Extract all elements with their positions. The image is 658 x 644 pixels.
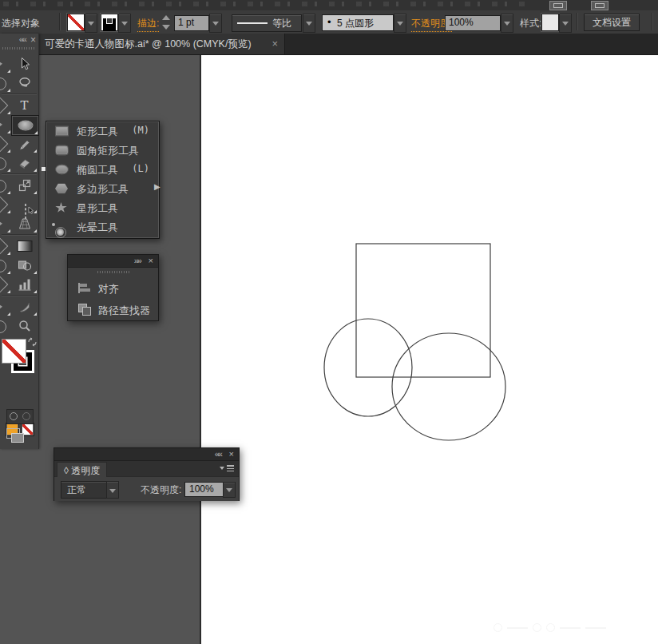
illustrator-window: 选择对象 描边: 1 pt 等比 • 5 点圆形 不透明度: 100% 样式: … [0,0,658,644]
document-tab-bar: 可爱的卡通人物图标.ai* @ 100% (CMYK/预览) × [0,34,658,55]
brush-definition-select[interactable]: • 5 点圆形 [322,14,394,31]
clipped-tool-cell [0,96,11,115]
menu-item-rectangle-tool[interactable]: 矩形工具 (M) [46,121,159,141]
stroke-weight-dropdown[interactable] [209,14,222,33]
style-swatch[interactable] [541,14,559,31]
free-transform-tool[interactable] [11,195,38,214]
swap-fill-stroke-icon[interactable] [27,337,38,348]
menu-item-polygon-tool[interactable]: 多边形工具 [46,179,159,198]
gradient-icon [17,241,32,252]
zoom-tool[interactable] [11,316,38,336]
draw-normal-mode-icon[interactable] [7,410,20,423]
blend-mode-dropdown[interactable] [106,481,119,499]
panel-toggle-diamond-icon[interactable]: ◊ [64,465,69,476]
ellipse-tool-icon [55,165,69,175]
lasso-tool[interactable] [11,74,38,93]
selection-arrow-icon [18,58,30,71]
shape-builder-tool[interactable] [11,256,38,275]
arrange-documents-icon[interactable] [591,1,608,10]
type-tool-icon: T [20,98,28,113]
dock-item-align[interactable]: 对齐 [68,277,158,299]
workspace-icon[interactable] [549,1,567,10]
transparency-tab[interactable]: ◊ 透明度 [57,462,107,479]
brush-dot-preview: • [327,16,331,28]
perspective-grid-tool[interactable] [11,214,38,233]
tool-row [0,115,38,134]
selection-status-label: 选择对象 [2,17,40,30]
shape-tools-flyout-menu: 矩形工具 (M) 圆角矩形工具 椭圆工具 (L) 多边形工具 星形工具 光晕工具 [46,121,160,239]
panel-grip[interactable] [2,47,36,50]
polygon-tool-icon [55,184,68,194]
fill-stroke-controls [0,339,38,385]
opacity-dropdown[interactable] [501,14,513,33]
scale-tool[interactable] [11,176,38,195]
tools-panel: «« × [0,34,39,449]
pencil-tool[interactable] [11,134,38,153]
drawn-square[interactable] [356,244,490,377]
collapse-panel-icon[interactable]: «« [215,448,221,459]
width-profile-select[interactable]: 等比 [232,14,302,32]
clipped-tool-cell [0,74,11,93]
tools-panel-header: «« × [0,34,38,54]
eraser-icon [18,157,31,169]
menu-item-ellipse-tool[interactable]: 椭圆工具 (L) [46,160,159,179]
clipped-tool-cell [0,115,11,134]
tool-row [0,316,38,336]
stroke-weight-label[interactable]: 描边: [137,17,159,32]
menu-item-rounded-rectangle-tool[interactable]: 圆角矩形工具 [46,141,159,160]
close-panel-icon[interactable]: × [229,448,234,459]
brush-definition-dropdown[interactable] [394,14,406,33]
knife-tool[interactable] [11,297,38,316]
stroke-weight-input[interactable]: 1 pt [174,15,209,31]
lasso-icon [18,77,31,89]
transparency-panel-body: 正常 不透明度: 100% [54,477,239,501]
dock-item-pathfinder[interactable]: 路径查找器 [68,299,158,320]
tear-off-arrow-icon[interactable]: ▶ [154,182,161,191]
profile-line-preview [237,22,268,24]
screen-mode-icon[interactable] [6,428,26,443]
magnifier-icon [18,320,31,332]
document-setup-button[interactable]: 文档设置 [584,14,640,31]
stroke-weight-stepper[interactable] [162,14,172,31]
tool-row [0,176,38,195]
panel-grip[interactable] [97,271,129,273]
tab-close-icon[interactable]: × [272,34,278,54]
perspective-grid-icon [18,218,31,230]
clipped-tool-cell [0,256,11,275]
draw-behind-mode-icon[interactable] [20,410,33,423]
selection-tool[interactable] [11,54,38,74]
clipped-tool-cell [0,297,11,316]
stroke-color-dropdown[interactable] [118,14,131,33]
ellipse-tool-selected[interactable] [11,115,39,136]
eraser-tool[interactable] [11,153,38,173]
style-dropdown[interactable] [559,14,572,33]
expand-panel-icon[interactable]: »» [134,255,141,266]
dock-panel: »» × 对齐 路径查找器 [67,254,159,321]
panel-opacity-input[interactable]: 100% [184,482,227,497]
column-graph-tool[interactable] [11,275,38,294]
tool-row [0,195,38,214]
gradient-tool[interactable] [11,237,38,256]
panel-opacity-dropdown[interactable] [223,482,236,498]
drawn-circle-left[interactable] [324,319,412,416]
close-panel-icon[interactable]: × [30,34,36,46]
panel-menu-icon[interactable] [220,464,234,472]
transparency-panel-title: 透明度 [71,465,100,476]
opacity-input[interactable]: 100% [445,15,501,31]
document-tab[interactable]: 可爱的卡通人物图标.ai* @ 100% (CMYK/预览) × [38,34,285,54]
fill-color-dropdown[interactable] [85,14,97,33]
stroke-color-swatch[interactable] [101,14,118,31]
close-panel-icon[interactable]: × [149,255,153,266]
width-profile-dropdown[interactable] [303,14,315,33]
clipped-tool-cell [0,214,11,233]
collapse-panel-icon[interactable]: «« [19,34,26,44]
menu-item-flare-tool[interactable]: 光晕工具 [46,217,159,237]
tool-row [0,153,38,173]
type-tool[interactable]: T [11,96,38,115]
menu-item-star-tool[interactable]: 星形工具 [46,198,159,217]
fill-color-swatch[interactable] [67,14,85,31]
fill-swatch-none[interactable] [2,339,26,364]
menu-bar-remnant [0,0,658,11]
pathfinder-icon [78,304,91,315]
separator [59,13,61,30]
